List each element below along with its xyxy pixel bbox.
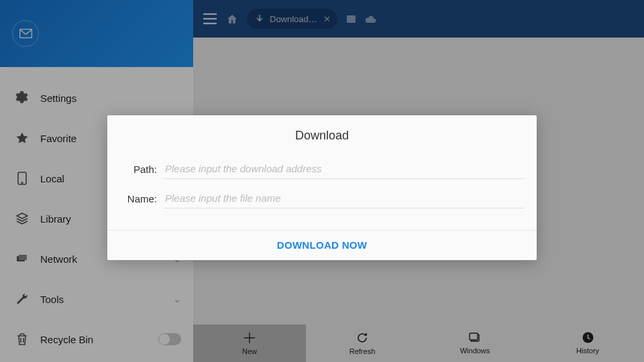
dialog-title: Download bbox=[107, 115, 537, 154]
path-input[interactable] bbox=[164, 159, 525, 179]
path-row: Path: bbox=[119, 159, 525, 179]
path-label: Path: bbox=[119, 164, 157, 175]
dialog-body: Path: Name: bbox=[107, 154, 537, 230]
name-row: Name: bbox=[119, 188, 525, 208]
download-now-button[interactable]: DOWNLOAD NOW bbox=[277, 239, 367, 251]
download-dialog: Download Path: Name: DOWNLOAD NOW bbox=[107, 115, 537, 260]
name-input[interactable] bbox=[164, 188, 525, 208]
name-label: Name: bbox=[119, 193, 157, 204]
dialog-footer: DOWNLOAD NOW bbox=[107, 230, 537, 260]
